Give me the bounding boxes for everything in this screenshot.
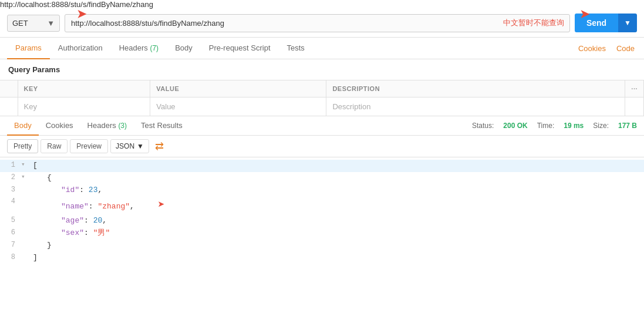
- time-label: Time:: [537, 122, 555, 130]
- format-preview-button[interactable]: Preview: [70, 139, 108, 153]
- code-line-2: 2 ▾ {: [0, 172, 644, 184]
- wrap-icon[interactable]: ⇄: [155, 140, 164, 153]
- tab-tests[interactable]: Tests: [279, 38, 313, 59]
- arrow-annotation-right: ➤: [579, 8, 590, 21]
- line-content-6: "sex": "男": [31, 227, 644, 240]
- method-chevron-icon: ▼: [47, 19, 55, 28]
- line-content-7: }: [31, 240, 644, 252]
- query-params-title: Query Params: [0, 59, 644, 80]
- line-content-3: "id": 23,: [31, 184, 644, 197]
- response-status-bar: Status: 200 OK Time: 19 ms Size: 177 B: [472, 122, 637, 130]
- headers-badge: (7): [150, 44, 159, 52]
- format-pretty-button[interactable]: Pretty: [7, 139, 38, 153]
- tab-right-links: Cookies Code: [576, 38, 637, 59]
- line-content-5: "age": 20,: [31, 215, 644, 227]
- code-line-3: 3 "id": 23,: [0, 184, 644, 197]
- code-line-4: 4 "name": "zhang",➤: [0, 196, 644, 215]
- line-num-6: 6: [0, 227, 21, 238]
- line-content-8: ]: [31, 252, 644, 264]
- code-line-6: 6 "sex": "男": [0, 227, 644, 240]
- tab-params[interactable]: Params: [7, 38, 50, 59]
- row-more: [625, 97, 644, 116]
- col-description: DESCRIPTION: [326, 80, 625, 97]
- line-num-2: 2: [0, 172, 21, 183]
- size-value: 177 B: [618, 122, 637, 130]
- row-check[interactable]: [0, 97, 18, 116]
- size-label: Size:: [593, 122, 609, 130]
- row-key-input[interactable]: Key: [18, 97, 150, 116]
- col-check: [0, 80, 18, 97]
- request-tabs-bar: Params Authorization Headers (7) Body Pr…: [0, 38, 644, 59]
- json-format-chevron-icon: ▼: [137, 142, 144, 150]
- line-content-2: {: [31, 172, 644, 184]
- response-tabs-bar: Body Cookies Headers (3) Test Results St…: [0, 116, 644, 136]
- top-url-bar: http://localhost:8888/stu/s/findByName/z…: [0, 0, 644, 9]
- tab-body[interactable]: Body: [167, 38, 201, 59]
- col-key: KEY: [18, 80, 150, 97]
- response-tab-body[interactable]: Body: [7, 116, 39, 136]
- line-toggle-3: [21, 184, 31, 195]
- json-format-selector[interactable]: JSON ▼: [110, 139, 149, 153]
- line-num-8: 8: [0, 252, 21, 263]
- request-bar: GET ▼ 中文暂时不能查询 Send ▼: [0, 9, 644, 38]
- code-area: 1 ▾ [ 2 ▾ { 3 "id": 23, 4 "name": "zhang…: [0, 157, 644, 267]
- params-table: KEY VALUE DESCRIPTION ··· Key Value Desc…: [0, 80, 644, 116]
- code-line-1: 1 ▾ [: [0, 160, 644, 172]
- response-tab-test-results[interactable]: Test Results: [134, 116, 190, 136]
- tab-headers[interactable]: Headers (7): [111, 38, 167, 59]
- line-content-1: [: [31, 160, 644, 172]
- line-num-7: 7: [0, 240, 21, 251]
- line-toggle-2[interactable]: ▾: [21, 172, 31, 183]
- format-raw-button[interactable]: Raw: [41, 139, 68, 153]
- code-line-5: 5 "age": 20,: [0, 215, 644, 227]
- status-value: 200 OK: [503, 122, 527, 130]
- response-headers-badge: (3): [118, 122, 127, 130]
- response-tab-cookies[interactable]: Cookies: [39, 116, 80, 136]
- line-num-5: 5: [0, 215, 21, 226]
- line-toggle-1[interactable]: ▾: [21, 160, 31, 170]
- code-line-7: 7 }: [0, 240, 644, 252]
- tab-authorization[interactable]: Authorization: [50, 38, 111, 59]
- row-desc-input[interactable]: Description: [326, 97, 625, 116]
- send-dropdown-button[interactable]: ▼: [618, 14, 637, 32]
- method-label: GET: [12, 19, 28, 28]
- line-toggle-4: [21, 196, 31, 207]
- response-tab-headers[interactable]: Headers (3): [80, 116, 134, 136]
- cookies-link[interactable]: Cookies: [576, 38, 608, 59]
- json-format-label: JSON: [116, 142, 134, 150]
- line-toggle-5: [21, 215, 31, 226]
- format-bar: Pretty Raw Preview JSON ▼ ⇄: [0, 136, 644, 157]
- code-line-8: 8 ]: [0, 252, 644, 264]
- line-toggle-7: [21, 240, 31, 250]
- arrow-annotation-left: ➤: [76, 8, 87, 21]
- col-value: VALUE: [150, 80, 326, 97]
- line-num-1: 1: [0, 160, 21, 171]
- row-value-input[interactable]: Value: [150, 97, 326, 116]
- line-toggle-6: [21, 227, 31, 238]
- line-toggle-8: [21, 252, 31, 263]
- method-selector[interactable]: GET ▼: [7, 15, 60, 32]
- line-num-3: 3: [0, 184, 21, 196]
- status-label: Status:: [472, 122, 494, 130]
- url-input[interactable]: [65, 14, 570, 32]
- col-more: ···: [625, 80, 644, 97]
- table-row: Key Value Description: [0, 97, 644, 116]
- time-value: 19 ms: [564, 122, 584, 130]
- tab-pre-request-script[interactable]: Pre-request Script: [201, 38, 279, 59]
- line-content-4: "name": "zhang",➤: [31, 196, 644, 215]
- line-num-4: 4: [0, 196, 21, 207]
- url-input-wrapper: 中文暂时不能查询: [65, 14, 570, 32]
- code-link[interactable]: Code: [614, 38, 637, 59]
